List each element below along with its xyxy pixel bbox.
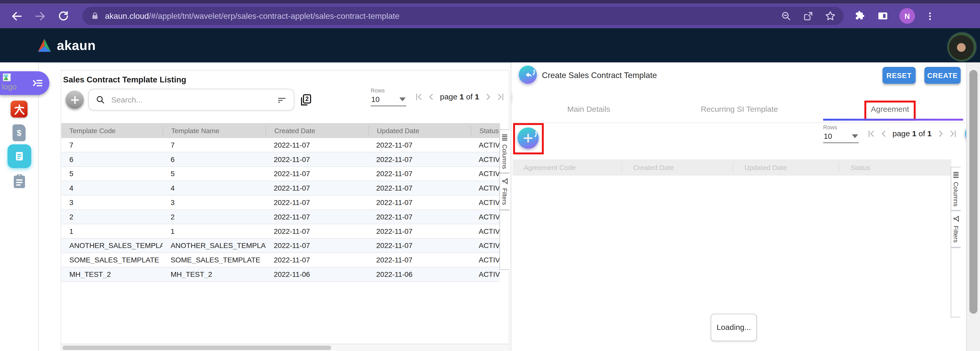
prev-page-button[interactable]	[879, 129, 888, 138]
cell-status: ACTIVE	[471, 184, 500, 192]
cell-created-date: 2022-11-07	[266, 199, 368, 206]
side-panel-icon[interactable]	[877, 10, 889, 22]
cell-template-code: 5	[61, 170, 162, 178]
akaun-brand[interactable]: akaun	[36, 38, 96, 53]
browser-menu-icon[interactable]	[925, 10, 935, 22]
table-row[interactable]: 6 6 2022-11-07 2022-11-07 ACTIVE	[61, 152, 500, 167]
column-header[interactable]: Created Date	[621, 162, 732, 173]
cell-updated-date: 2022-11-07	[368, 256, 471, 264]
listing-add-button[interactable]	[66, 91, 84, 109]
next-page-button[interactable]	[484, 92, 492, 101]
app-icon-clipboard[interactable]	[13, 174, 26, 189]
browser-back-button[interactable]	[10, 9, 24, 23]
first-page-button[interactable]	[414, 92, 423, 101]
tab-main-details[interactable]: Main Details	[567, 105, 610, 114]
rows-per-page-select[interactable]: Rows 10	[371, 87, 406, 106]
column-header[interactable]: Template Code	[61, 126, 162, 135]
share-icon[interactable]	[803, 10, 814, 22]
browser-reload-button[interactable]	[56, 9, 70, 23]
table-row[interactable]: 3 3 2022-11-07 2022-11-07 ACTIVE	[61, 196, 500, 210]
prev-page-button[interactable]	[427, 92, 436, 101]
next-page-button[interactable]	[936, 129, 945, 138]
scrollbar-thumb[interactable]	[969, 70, 978, 314]
cell-created-date: 2022-11-07	[266, 213, 368, 221]
reset-button[interactable]: RESET	[882, 67, 916, 84]
cell-template-name: MH_TEST_2	[162, 271, 266, 278]
filters-tab-label: Filters	[953, 226, 959, 243]
duplicate-count-icon[interactable]: 2	[299, 93, 312, 107]
panel-divider	[511, 63, 511, 351]
table-row[interactable]: SOME_SALES_TEMPLATE SOME_SALES_TEMPLATE …	[61, 253, 500, 268]
columns-tab-label: Columns	[953, 182, 959, 206]
browser-forward-button[interactable]	[33, 9, 47, 23]
column-header[interactable]: Status	[839, 162, 951, 173]
columns-tab-label: Columns	[501, 145, 508, 169]
table-row[interactable]: 5 5 2022-11-07 2022-11-07 ACTIVE	[61, 167, 500, 181]
cell-template-name: 5	[162, 170, 266, 178]
column-header[interactable]: Template Name	[162, 126, 266, 135]
back-button[interactable]	[519, 66, 537, 84]
last-page-button[interactable]	[496, 92, 505, 101]
extensions-puzzle-icon[interactable]	[854, 10, 866, 22]
lock-icon	[91, 11, 99, 21]
last-page-button[interactable]	[948, 129, 957, 138]
table-row[interactable]: 1 1 2022-11-07 2022-11-07 ACTIVE	[61, 224, 500, 239]
screen: akaun.cloud/#/applet/tnt/wavelet/erp/sal…	[0, 0, 980, 351]
column-header[interactable]: Agreement Code	[512, 162, 621, 173]
detail-title: Create Sales Contract Template	[542, 71, 657, 80]
detail-panel: Create Sales Contract Template RESET CRE…	[512, 63, 966, 351]
cell-status: ACTIVE	[471, 242, 500, 249]
expand-menu-icon[interactable]	[32, 78, 44, 89]
filter-funnel-icon	[501, 178, 508, 185]
bookmark-star-icon[interactable]	[824, 10, 836, 22]
sort-filter-icon[interactable]	[277, 95, 287, 105]
listing-pagination: Rows 10 page 1 of 1	[371, 87, 532, 107]
cell-created-date: 2022-11-07	[266, 242, 368, 249]
address-bar[interactable]: akaun.cloud/#/applet/tnt/wavelet/erp/sal…	[83, 7, 844, 25]
table-row[interactable]: 2 2 2022-11-07 2022-11-07 ACTIVE	[61, 210, 500, 224]
user-avatar[interactable]	[948, 32, 977, 61]
table-row[interactable]: MH_TEST_2 MH_TEST_2 2022-11-06 2022-11-0…	[61, 268, 500, 282]
column-header[interactable]: Updated Date	[368, 126, 471, 135]
caret-down-icon	[852, 134, 858, 138]
column-header[interactable]: Created Date	[266, 126, 368, 135]
column-header[interactable]: Status	[471, 126, 500, 135]
tab-recurring-si-template[interactable]: Recurring SI Template	[701, 105, 778, 114]
cell-created-date: 2022-11-07	[266, 256, 368, 264]
cell-template-code: 7	[61, 141, 162, 149]
column-header[interactable]: Updated Date	[732, 162, 839, 173]
filters-tab[interactable]: Filters	[951, 211, 961, 247]
zoom-out-icon[interactable]	[781, 10, 792, 22]
search-input[interactable]	[110, 95, 277, 105]
rows-per-page-select[interactable]: Rows 10	[823, 124, 859, 143]
columns-tab[interactable]: Columns	[500, 129, 509, 173]
filters-tab[interactable]: Filters	[500, 173, 509, 210]
app-icon-sales-contract-active[interactable]	[8, 145, 31, 168]
search-box	[88, 89, 294, 111]
table-row[interactable]: 7 7 2022-11-07 2022-11-07 ACTIVE	[61, 138, 500, 152]
columns-icon	[953, 171, 959, 179]
table-row[interactable]: 4 4 2022-11-07 2022-11-07 ACTIVE	[61, 181, 500, 196]
agreement-pagination: Rows 10 page 1 of 1	[823, 124, 980, 144]
first-page-button[interactable]	[867, 129, 876, 138]
cell-updated-date: 2022-11-07	[368, 170, 471, 178]
horizontal-scrollbar[interactable]	[61, 344, 509, 351]
annotation-box-agreement-tab	[864, 101, 916, 121]
cell-updated-date: 2022-11-06	[368, 271, 471, 278]
page-scrollbar[interactable]	[966, 63, 980, 351]
cell-template-code: 1	[61, 227, 162, 235]
browser-profile-avatar[interactable]: N	[899, 8, 915, 24]
horizontal-scroll-thumb[interactable]	[63, 346, 331, 350]
cell-template-name: 7	[162, 141, 266, 149]
app-icon-da[interactable]	[11, 101, 27, 118]
plus-icon	[70, 95, 80, 105]
cell-created-date: 2022-11-07	[266, 141, 368, 149]
cell-template-name: 6	[162, 156, 266, 163]
cell-created-date: 2022-11-07	[266, 227, 368, 235]
table-row[interactable]: ANOTHER_SALES_TEMPLATE ANOTHER_SALES_TEM…	[61, 239, 500, 253]
dollar-glyph: $	[17, 128, 21, 137]
tenant-logo-pill[interactable]: logo	[0, 71, 49, 95]
app-icon-finance[interactable]: $	[13, 124, 26, 141]
create-button[interactable]: CREATE	[924, 67, 961, 84]
columns-tab[interactable]: Columns	[951, 167, 961, 211]
